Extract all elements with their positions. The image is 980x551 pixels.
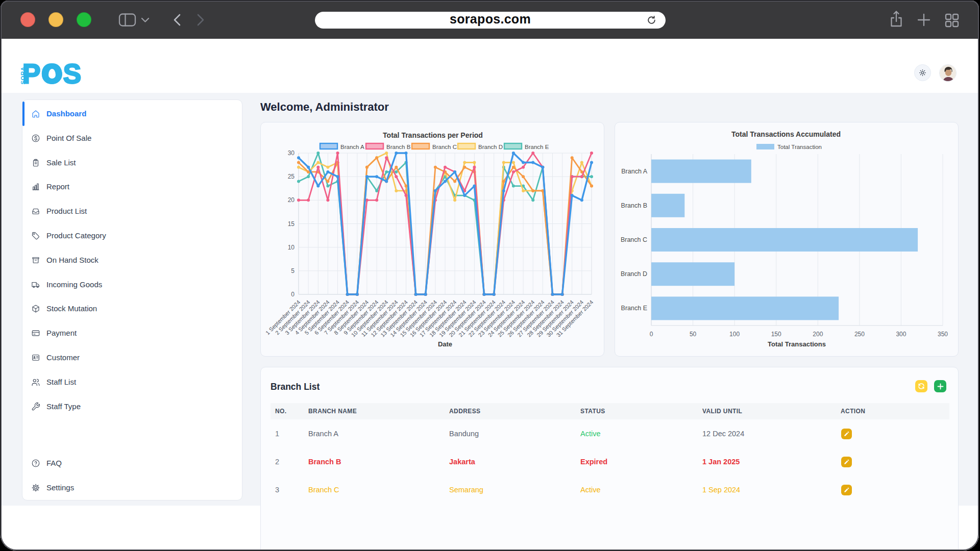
svg-text:200: 200: [813, 331, 823, 338]
svg-text:Branch B: Branch B: [386, 144, 411, 150]
svg-text:300: 300: [896, 331, 906, 338]
svg-text:Branch C: Branch C: [432, 144, 457, 150]
svg-text:Branch A: Branch A: [340, 144, 364, 150]
svg-text:350: 350: [938, 331, 948, 338]
svg-text:Total Transactions per Period: Total Transactions per Period: [383, 131, 483, 139]
svg-text:25: 25: [288, 173, 295, 180]
svg-text:150: 150: [771, 331, 781, 338]
svg-text:0: 0: [650, 331, 653, 338]
svg-text:Branch D: Branch D: [621, 270, 647, 278]
svg-text:Branch C: Branch C: [621, 236, 647, 243]
svg-text:0: 0: [291, 291, 295, 298]
svg-text:Branch E: Branch E: [525, 144, 549, 150]
svg-text:Branch A: Branch A: [621, 168, 647, 175]
svg-text:10: 10: [288, 244, 295, 251]
svg-text:Date: Date: [438, 340, 452, 348]
svg-text:250: 250: [854, 331, 865, 338]
svg-text:Branch D: Branch D: [478, 144, 503, 150]
svg-text:20: 20: [288, 196, 295, 204]
svg-text:Total Transaction: Total Transaction: [777, 144, 822, 150]
svg-text:5: 5: [291, 267, 295, 274]
svg-text:Branch B: Branch B: [621, 202, 647, 209]
svg-text:Branch E: Branch E: [621, 305, 647, 312]
svg-text:Total Transactions Accumulated: Total Transactions Accumulated: [731, 130, 841, 138]
svg-text:100: 100: [729, 331, 740, 338]
svg-text:50: 50: [690, 331, 697, 338]
svg-text:15: 15: [288, 220, 295, 228]
svg-text:30: 30: [288, 149, 295, 157]
svg-text:Total Transactions: Total Transactions: [768, 340, 826, 348]
